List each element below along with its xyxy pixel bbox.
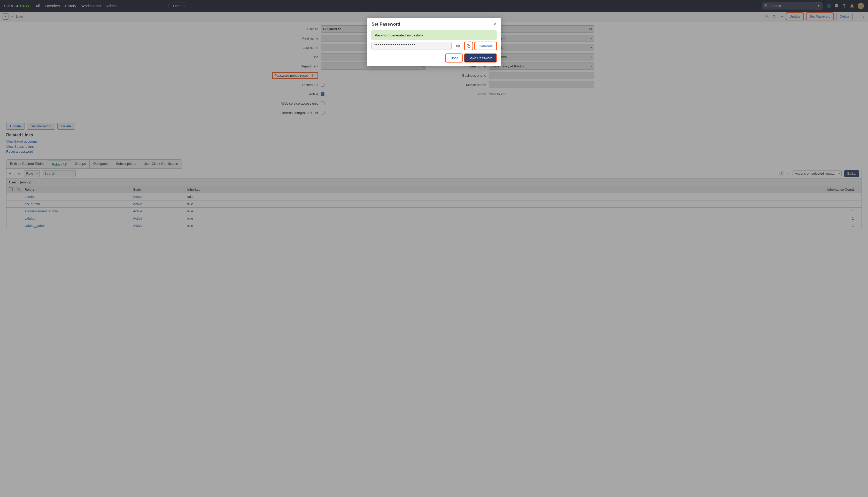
close-button[interactable]: Close bbox=[446, 54, 462, 62]
success-banner: Password generated succesfully. bbox=[371, 30, 497, 40]
set-password-modal: Set Password ✕ Password generated succes… bbox=[367, 18, 501, 66]
modal-overlay: Set Password ✕ Password generated succes… bbox=[0, 0, 868, 235]
close-icon[interactable]: ✕ bbox=[493, 22, 497, 27]
svg-rect-1 bbox=[468, 45, 470, 47]
save-password-button[interactable]: Save Password bbox=[464, 54, 497, 62]
copy-icon[interactable] bbox=[465, 42, 473, 50]
password-field[interactable]: •••••••••••••••••••••• bbox=[371, 42, 452, 50]
generate-button[interactable]: Generate bbox=[475, 42, 497, 50]
eye-icon[interactable] bbox=[454, 42, 463, 50]
modal-title: Set Password bbox=[371, 22, 400, 27]
svg-point-0 bbox=[457, 45, 458, 46]
